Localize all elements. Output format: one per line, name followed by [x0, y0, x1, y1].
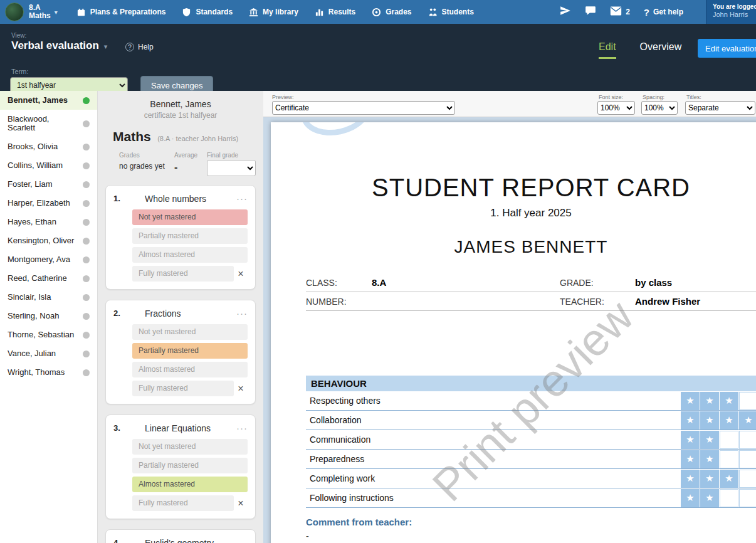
clear-selection-button[interactable]: ×: [234, 383, 248, 394]
behaviour-label: Following instructions: [306, 488, 680, 507]
view-selector[interactable]: Verbal evaluation▾: [11, 40, 107, 52]
mastery-option[interactable]: Fully mastered: [132, 495, 234, 511]
student-name: Hayes, Ethan: [8, 218, 79, 226]
preview-type-select[interactable]: Certificate: [272, 101, 455, 115]
topic-card: 2.Fractions···Not yet masteredPartially …: [105, 300, 256, 404]
nav-item-my-library[interactable]: My library: [249, 8, 298, 17]
nav-item-results[interactable]: Results: [315, 8, 355, 17]
topic-menu-button[interactable]: ···: [236, 537, 248, 543]
nav-right-group: 2 ? Get help You are logged John Harris: [560, 0, 756, 24]
spacing-select[interactable]: 100%: [641, 101, 678, 115]
topic-header: 2.Fractions···: [113, 305, 248, 321]
behaviour-row: Preparedness★★: [306, 450, 756, 469]
student-list-item[interactable]: Sinclair, Isla: [0, 288, 97, 307]
mastery-option-row: Almost mastered: [113, 362, 248, 377]
logged-in-user[interactable]: You are logged John Harris: [706, 0, 756, 24]
titles-select[interactable]: Separate: [685, 101, 755, 115]
topic-title: Fractions: [145, 308, 236, 319]
topic-menu-button[interactable]: ···: [236, 308, 248, 319]
student-name: Sterling, Noah: [8, 312, 79, 320]
star-cell-filled: ★: [681, 450, 700, 468]
final-grade-select[interactable]: [207, 160, 256, 176]
star-cells: ★★★★: [680, 411, 756, 430]
student-list-item[interactable]: Harper, Elizabeth: [0, 194, 97, 213]
grades-label: Grades: [119, 152, 168, 159]
student-list-item[interactable]: Sterling, Noah: [0, 307, 97, 325]
user-name: John Harris: [713, 11, 751, 18]
status-dot: [83, 219, 90, 226]
tab-overview[interactable]: Overview: [640, 41, 682, 53]
mastery-option[interactable]: Not yet mastered: [132, 209, 248, 225]
nav-item-standards[interactable]: Standards: [182, 8, 233, 17]
nav-label: Grades: [386, 8, 411, 16]
class-selector[interactable]: 8.A Maths: [29, 4, 51, 20]
tab-edit[interactable]: Edit: [599, 41, 616, 59]
final-grade-label: Final grade: [207, 152, 256, 159]
library-icon: [249, 8, 258, 17]
student-list-item[interactable]: Reed, Catherine: [0, 269, 97, 288]
editor-header: Bennett, James certificate 1st halfyear: [98, 91, 263, 120]
mastery-option[interactable]: Almost mastered: [132, 477, 248, 492]
student-name: Harper, Elizabeth: [8, 199, 79, 208]
student-list-item[interactable]: Kensington, Oliver: [0, 231, 97, 250]
student-list-item[interactable]: Foster, Liam: [0, 175, 97, 194]
star-cell-filled: ★: [681, 411, 700, 430]
info-row: CLASS: 8.A GRADE: by class: [306, 273, 756, 292]
student-list-item[interactable]: Vance, Julian: [0, 344, 97, 363]
student-list-item[interactable]: Bennett, James: [0, 91, 97, 110]
mastery-option[interactable]: Almost mastered: [132, 362, 248, 377]
student-list-item[interactable]: Hayes, Ethan: [0, 213, 97, 231]
preview-toolbar: Preview: Certificate Font size: 100% Spa…: [263, 91, 756, 117]
calendar-icon: [76, 8, 86, 17]
clear-selection-button[interactable]: ×: [234, 268, 248, 280]
messages-button[interactable]: 2: [610, 6, 630, 18]
font-size-label: Font size:: [599, 94, 623, 100]
student-list-item[interactable]: Montgomery, Ava: [0, 250, 97, 269]
mastery-option[interactable]: Not yet mastered: [132, 324, 248, 340]
student-list-item[interactable]: Thorne, Sebastian: [0, 325, 97, 344]
star-cell-filled: ★: [700, 489, 719, 507]
student-name: Sinclair, Isla: [8, 293, 79, 302]
topic-title: Euclid's geometry: [145, 538, 236, 543]
send-icon[interactable]: [560, 5, 571, 19]
student-list-item[interactable]: Brooks, Olivia: [0, 137, 97, 156]
topic-menu-button[interactable]: ···: [236, 423, 248, 433]
behaviour-rows: Respecting others★★★Collaboration★★★★Com…: [306, 391, 756, 508]
edit-evaluation-button[interactable]: Edit evaluation: [698, 39, 756, 58]
nav-item-students[interactable]: Students: [428, 8, 474, 17]
star-cell-filled: ★: [700, 431, 719, 449]
certificate-subtitle: certificate 1st halfyear: [98, 111, 263, 120]
font-size-select[interactable]: 100%: [597, 101, 635, 115]
mastery-option[interactable]: Partially mastered: [132, 458, 248, 473]
student-sidebar: Bennett, JamesBlackwood, ScarlettBrooks,…: [0, 91, 98, 543]
nav-item-grades[interactable]: Grades: [372, 8, 411, 17]
status-dot: [83, 144, 90, 150]
get-help-button[interactable]: ? Get help: [644, 7, 683, 18]
status-dot: [83, 120, 90, 127]
help-link[interactable]: ? Help: [125, 43, 154, 51]
clear-selection-button[interactable]: ×: [234, 498, 248, 509]
student-list-item[interactable]: Blackwood, Scarlett: [0, 110, 97, 137]
mastery-option[interactable]: Fully mastered: [132, 381, 234, 396]
chat-icon[interactable]: [585, 5, 596, 19]
behaviour-row: Collaboration★★★★: [306, 411, 756, 430]
behaviour-row: Following instructions★★: [306, 488, 756, 508]
app-logo[interactable]: [5, 3, 24, 21]
mastery-option[interactable]: Partially mastered: [132, 228, 248, 244]
mastery-option[interactable]: Fully mastered: [132, 266, 234, 282]
student-list-item[interactable]: Wright, Thomas: [0, 363, 97, 382]
term-label: Term:: [11, 68, 29, 75]
mastery-option[interactable]: Not yet mastered: [132, 439, 248, 455]
behaviour-label: Respecting others: [306, 391, 680, 410]
sub-header: View: Verbal evaluation▾ ? Help Edit Ove…: [0, 24, 756, 91]
nav-item-plans[interactable]: Plans & Preparations: [76, 8, 166, 17]
mastery-option[interactable]: Partially mastered: [132, 343, 248, 359]
star-cell-filled: ★: [681, 431, 700, 449]
mastery-option-row: Fully mastered×: [113, 381, 248, 396]
top-navigation: 8.A Maths ▾ Plans & Preparations Standar…: [0, 0, 756, 24]
topic-number: 3.: [113, 423, 132, 433]
student-list-item[interactable]: Collins, William: [0, 156, 97, 175]
star-cell-empty: [739, 450, 756, 468]
mastery-option[interactable]: Almost mastered: [132, 247, 248, 263]
topic-menu-button[interactable]: ···: [236, 193, 248, 204]
